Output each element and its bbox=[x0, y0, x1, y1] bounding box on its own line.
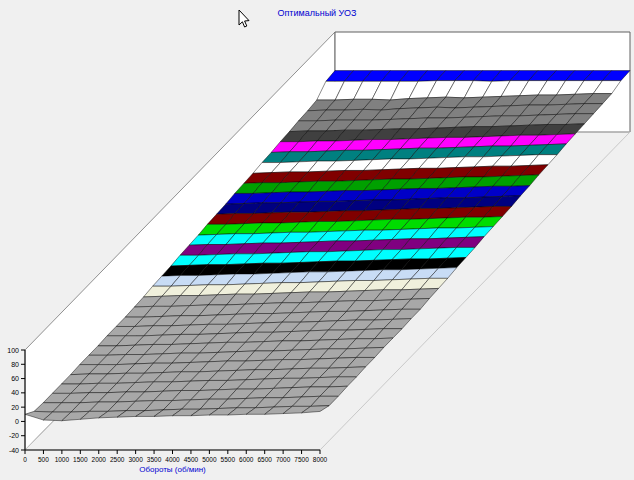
x-axis-label: Обороты (об/мин) bbox=[25, 465, 320, 474]
x-tick-label: 7000 bbox=[276, 456, 291, 463]
x-tick-label: 0 bbox=[23, 456, 27, 463]
y-tick-label: -40 bbox=[9, 447, 19, 454]
y-tick-label: 100 bbox=[7, 347, 19, 354]
x-tick-label: 6000 bbox=[239, 456, 254, 463]
x-tick-label: 500 bbox=[38, 456, 49, 463]
x-tick-label: 5500 bbox=[221, 456, 236, 463]
y-tick-label: 0 bbox=[15, 418, 19, 425]
x-tick-label: 3000 bbox=[128, 456, 143, 463]
x-tick-label: 2000 bbox=[92, 456, 107, 463]
app-window: 100806040200-20-400500100015002000250030… bbox=[0, 0, 634, 480]
chart-title: Оптимальный УОЗ bbox=[0, 8, 634, 18]
x-tick-label: 4000 bbox=[165, 456, 180, 463]
x-tick-label: 5000 bbox=[202, 456, 217, 463]
x-tick-label: 7500 bbox=[294, 456, 309, 463]
y-tick-label: 40 bbox=[11, 389, 19, 396]
x-tick-label: 1500 bbox=[73, 456, 88, 463]
surface-chart[interactable]: 100806040200-20-400500100015002000250030… bbox=[0, 0, 634, 480]
y-tick-label: -20 bbox=[9, 432, 19, 439]
x-tick-label: 3500 bbox=[147, 456, 162, 463]
x-tick-label: 8000 bbox=[313, 456, 328, 463]
y-tick-label: 20 bbox=[11, 404, 19, 411]
y-tick-label: 60 bbox=[11, 375, 19, 382]
x-tick-label: 2500 bbox=[110, 456, 125, 463]
y-tick-label: 80 bbox=[11, 361, 19, 368]
x-tick-label: 6500 bbox=[257, 456, 272, 463]
x-tick-label: 1000 bbox=[55, 456, 70, 463]
x-tick-label: 4500 bbox=[184, 456, 199, 463]
